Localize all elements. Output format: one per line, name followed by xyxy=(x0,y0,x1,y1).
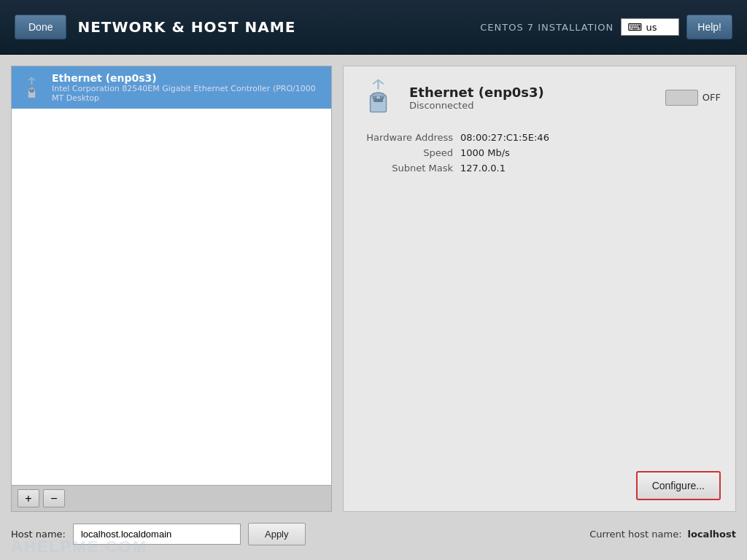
header-right: CENTOS 7 INSTALLATION ⌨ us Help! xyxy=(480,15,732,39)
configure-button[interactable]: Configure... xyxy=(636,471,721,500)
ethernet-item-text: Ethernet (enp0s3) Intel Corporation 8254… xyxy=(52,72,324,103)
done-button[interactable]: Done xyxy=(15,15,66,39)
hardware-address-row: Hardware Address 08:00:27:C1:5E:46 xyxy=(358,132,721,143)
keyboard-input[interactable]: ⌨ us xyxy=(621,18,679,36)
keyboard-lang: us xyxy=(646,22,657,33)
page-title: NETWORK & HOST NAME xyxy=(77,18,295,36)
hardware-address-label: Hardware Address xyxy=(358,132,453,143)
subnet-mask-value: 127.0.0.1 xyxy=(460,163,506,174)
remove-network-button[interactable]: − xyxy=(43,489,65,508)
detail-table: Hardware Address 08:00:27:C1:5E:46 Speed… xyxy=(358,132,721,178)
left-panel: Ethernet (enp0s3) Intel Corporation 8254… xyxy=(11,66,332,512)
ethernet-item-desc: Intel Corporation 82540EM Gigabit Ethern… xyxy=(52,84,324,103)
svg-rect-3 xyxy=(30,90,34,93)
speed-value: 1000 Mb/s xyxy=(460,147,510,158)
apply-button[interactable]: Apply xyxy=(248,523,306,545)
centos-label: CENTOS 7 INSTALLATION xyxy=(480,22,614,33)
panels-row: Ethernet (enp0s3) Intel Corporation 8254… xyxy=(11,66,736,512)
ethernet-list-item[interactable]: Ethernet (enp0s3) Intel Corporation 8254… xyxy=(12,66,331,109)
hostname-section: Host name: Apply xyxy=(11,523,306,545)
ethernet-detail-name: Ethernet (enp0s3) xyxy=(409,85,544,100)
ethernet-list-icon xyxy=(19,75,44,101)
keyboard-icon: ⌨ xyxy=(627,21,642,33)
speed-label: Speed xyxy=(358,147,453,158)
subnet-mask-label: Subnet Mask xyxy=(358,163,453,174)
right-panel-footer: Configure... xyxy=(358,471,721,500)
main-content: Ethernet (enp0s3) Intel Corporation 8254… xyxy=(0,55,747,560)
hostname-label: Host name: xyxy=(11,529,66,540)
subnet-mask-row: Subnet Mask 127.0.0.1 xyxy=(358,163,721,174)
header: Done NETWORK & HOST NAME CENTOS 7 INSTAL… xyxy=(0,0,747,55)
speed-row: Speed 1000 Mb/s xyxy=(358,147,721,158)
ethernet-list: Ethernet (enp0s3) Intel Corporation 8254… xyxy=(11,66,332,486)
add-network-button[interactable]: + xyxy=(18,489,39,508)
toggle-container: OFF xyxy=(665,90,721,106)
ethernet-detail-status: Disconnected xyxy=(409,100,544,111)
bottom-bar: Host name: Apply Current host name: loca… xyxy=(11,519,736,549)
ethernet-toggle[interactable] xyxy=(665,90,698,106)
current-hostname-label: Current host name: xyxy=(589,529,681,540)
ethernet-item-name: Ethernet (enp0s3) xyxy=(52,72,324,84)
svg-rect-8 xyxy=(374,98,383,102)
current-hostname-section: Current host name: localhost xyxy=(589,529,736,540)
ethernet-header-left: Ethernet (enp0s3) Disconnected xyxy=(358,77,544,117)
help-button[interactable]: Help! xyxy=(686,15,732,39)
toggle-state-label: OFF xyxy=(703,92,721,103)
current-hostname-value: localhost xyxy=(688,529,736,540)
hostname-input[interactable] xyxy=(73,524,241,545)
ethernet-header: Ethernet (enp0s3) Disconnected OFF xyxy=(358,77,721,117)
right-panel: Ethernet (enp0s3) Disconnected OFF Hardw… xyxy=(343,66,736,512)
ethernet-info: Ethernet (enp0s3) Disconnected xyxy=(409,85,544,111)
svg-rect-5 xyxy=(371,96,387,112)
hardware-address-value: 08:00:27:C1:5E:46 xyxy=(460,132,549,143)
list-controls: + − xyxy=(11,486,332,512)
ethernet-detail-icon xyxy=(358,77,398,117)
